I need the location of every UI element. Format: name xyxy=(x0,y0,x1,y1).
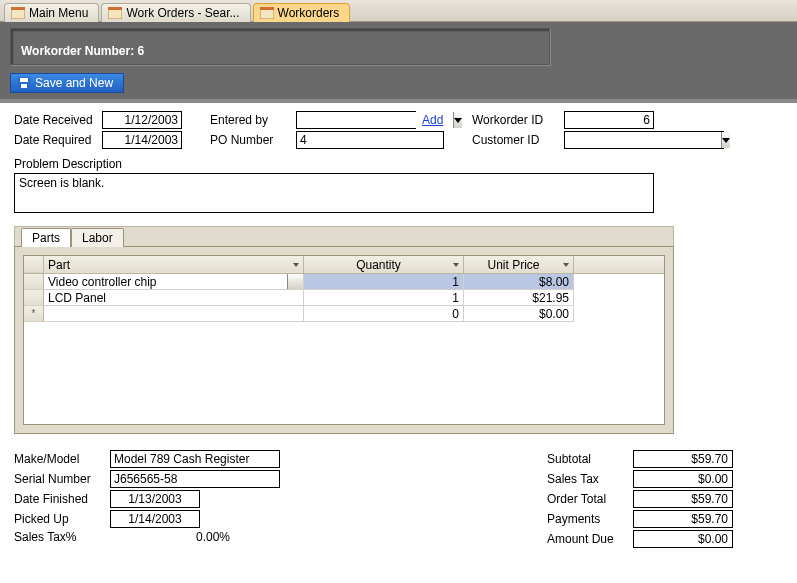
cell-unit-price[interactable]: $8.00 xyxy=(464,274,574,290)
column-header-quantity[interactable]: Quantity xyxy=(304,256,464,273)
make-model-field[interactable] xyxy=(110,450,280,468)
datasheet-body[interactable]: Video controller chip 1 $8.00 LCD Panel … xyxy=(24,274,664,424)
tab-parts[interactable]: Parts xyxy=(21,228,71,247)
form-header: Workorder Number: 6 Save and New xyxy=(0,22,797,103)
title-box: Workorder Number: 6 xyxy=(10,28,550,65)
payments-label: Payments xyxy=(547,512,627,526)
date-required-label: Date Required xyxy=(14,133,96,147)
svg-rect-3 xyxy=(108,7,122,10)
chevron-down-icon[interactable] xyxy=(721,132,730,148)
serial-number-label: Serial Number xyxy=(14,472,104,486)
doc-tab-label: Main Menu xyxy=(29,6,88,20)
doc-tab-label: Work Orders - Sear... xyxy=(126,6,239,20)
footer-right: Subtotal$59.70 Sales Tax$0.00 Order Tota… xyxy=(547,450,733,550)
svg-rect-1 xyxy=(11,7,25,10)
tab-labor[interactable]: Labor xyxy=(71,228,124,247)
date-received-label: Date Received xyxy=(14,113,96,127)
chevron-down-icon[interactable] xyxy=(453,112,462,128)
order-total-label: Order Total xyxy=(547,492,627,506)
row-selector[interactable] xyxy=(24,290,44,306)
cell-quantity[interactable]: 1 xyxy=(304,274,464,290)
picked-up-field[interactable] xyxy=(110,510,200,528)
problem-description-label: Problem Description xyxy=(14,157,783,171)
footer-left: Make/Model Serial Number Date Finished P… xyxy=(14,450,280,550)
entered-by-combo[interactable] xyxy=(296,111,416,129)
amount-due-label: Amount Due xyxy=(547,532,627,546)
make-model-label: Make/Model xyxy=(14,452,104,466)
sales-tax-pct-label: Sales Tax% xyxy=(14,530,104,544)
column-header-part[interactable]: Part xyxy=(44,256,304,273)
document-tabs: Main Menu Work Orders - Sear... Workorde… xyxy=(0,0,797,22)
serial-number-field[interactable] xyxy=(110,470,280,488)
cell-unit-price[interactable]: $0.00 xyxy=(464,306,574,322)
chevron-down-icon xyxy=(563,263,569,267)
sales-tax-value: $0.00 xyxy=(633,470,733,488)
doc-tab-workorders[interactable]: Workorders xyxy=(253,3,351,22)
svg-rect-5 xyxy=(260,7,274,10)
date-finished-field[interactable] xyxy=(110,490,200,508)
customer-id-input[interactable] xyxy=(565,132,721,148)
sales-tax-label: Sales Tax xyxy=(547,472,627,486)
doc-tab-work-orders-search[interactable]: Work Orders - Sear... xyxy=(101,3,250,22)
form-icon xyxy=(108,7,122,19)
chevron-down-icon[interactable] xyxy=(287,274,303,289)
cell-part[interactable] xyxy=(44,306,304,322)
cell-unit-price[interactable]: $21.95 xyxy=(464,290,574,306)
table-row[interactable]: Video controller chip 1 $8.00 xyxy=(24,274,664,290)
save-button-label: Save and New xyxy=(35,76,113,90)
row-selector-header[interactable] xyxy=(24,256,44,273)
doc-tab-main-menu[interactable]: Main Menu xyxy=(4,3,99,22)
form-body: Date Received Date Required Entered by A… xyxy=(0,103,797,570)
date-finished-label: Date Finished xyxy=(14,492,104,506)
page-title: Workorder Number: 6 xyxy=(21,31,144,61)
workorder-id-field[interactable] xyxy=(564,111,654,129)
svg-rect-9 xyxy=(21,84,27,88)
save-icon xyxy=(17,76,31,90)
doc-tab-label: Workorders xyxy=(278,6,340,20)
row-selector[interactable] xyxy=(24,274,44,290)
sales-tax-pct-value: 0.00% xyxy=(110,530,230,544)
workorder-id-label: Workorder ID xyxy=(472,113,558,127)
po-number-field[interactable] xyxy=(296,131,444,149)
subform-panel: Part Quantity Unit Price Video controlle… xyxy=(14,246,674,434)
column-header-unit-price[interactable]: Unit Price xyxy=(464,256,574,273)
amount-due-value: $0.00 xyxy=(633,530,733,548)
customer-id-combo[interactable] xyxy=(564,131,724,149)
date-received-field[interactable] xyxy=(102,111,182,129)
picked-up-label: Picked Up xyxy=(14,512,104,526)
svg-rect-8 xyxy=(20,78,28,82)
payments-value: $59.70 xyxy=(633,510,733,528)
form-icon xyxy=(260,7,274,19)
subtotal-value: $59.70 xyxy=(633,450,733,468)
po-number-label: PO Number xyxy=(210,133,290,147)
cell-quantity[interactable]: 0 xyxy=(304,306,464,322)
save-and-new-button[interactable]: Save and New xyxy=(10,73,124,93)
cell-part[interactable]: LCD Panel xyxy=(44,290,304,306)
chevron-down-icon xyxy=(293,263,299,267)
new-record-icon[interactable]: * xyxy=(24,306,44,322)
datasheet-header: Part Quantity Unit Price xyxy=(24,256,664,274)
add-entered-by-link[interactable]: Add xyxy=(422,113,443,127)
cell-part[interactable]: Video controller chip xyxy=(44,274,304,290)
table-row[interactable]: LCD Panel 1 $21.95 xyxy=(24,290,664,306)
parts-datasheet: Part Quantity Unit Price Video controlle… xyxy=(23,255,665,425)
cell-quantity[interactable]: 1 xyxy=(304,290,464,306)
subtotal-label: Subtotal xyxy=(547,452,627,466)
table-row-new[interactable]: * 0 $0.00 xyxy=(24,306,664,322)
order-total-value: $59.70 xyxy=(633,490,733,508)
date-required-field[interactable] xyxy=(102,131,182,149)
problem-description-field[interactable]: Screen is blank. xyxy=(14,173,654,213)
subform-tabs: Parts Labor xyxy=(14,226,674,246)
form-icon xyxy=(11,7,25,19)
customer-id-label: Customer ID xyxy=(472,133,558,147)
entered-by-label: Entered by xyxy=(210,113,290,127)
chevron-down-icon xyxy=(453,263,459,267)
